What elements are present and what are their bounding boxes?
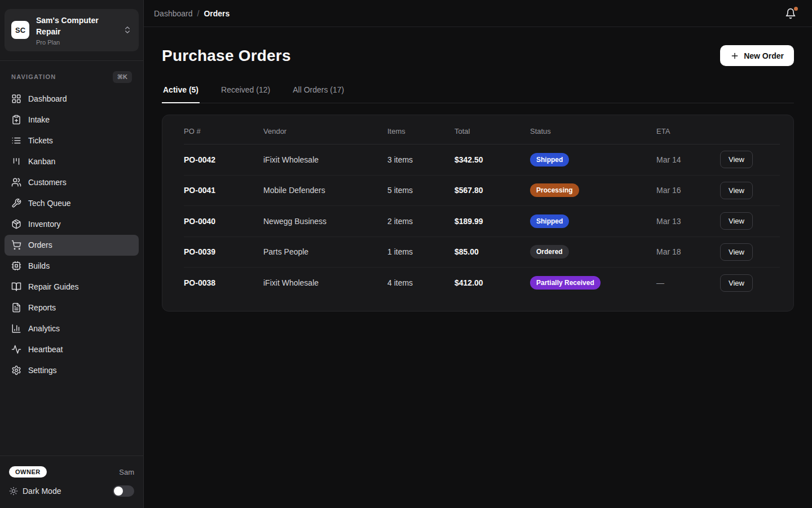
breadcrumb-dashboard[interactable]: Dashboard [154,9,193,18]
plus-icon [730,51,739,60]
tab-received-12[interactable]: Received (12) [220,85,271,103]
content: Purchase Orders New Order Active (5)Rece… [144,27,812,312]
sidebar: SC Sam's Computer Repair Pro Plan NAVIGA… [0,0,144,508]
order-total: $567.80 [454,186,530,195]
topbar: Dashboard / Orders [144,0,812,27]
file-text-icon [11,303,21,313]
sidebar-item-tech-queue[interactable]: Tech Queue [5,193,139,214]
column-header-items: Items [387,127,454,135]
sidebar-item-intake[interactable]: Intake [5,110,139,130]
wrench-icon [11,198,21,208]
po-number: PO-0042 [184,155,263,164]
column-header-total: Total [454,127,530,135]
shopping-cart-icon [11,240,21,250]
sidebar-item-kanban[interactable]: Kanban [5,151,139,172]
sidebar-item-dashboard[interactable]: Dashboard [5,89,139,110]
kanban-icon [11,156,21,167]
eta-date: Mar 13 [656,217,720,226]
sidebar-item-label: Heartbeat [28,345,63,354]
sidebar-item-label: Dashboard [28,94,67,103]
view-order-button[interactable]: View [720,151,753,168]
sidebar-item-inventory[interactable]: Inventory [5,214,139,235]
sidebar-item-builds[interactable]: Builds [5,256,139,277]
order-total: $85.00 [454,247,530,256]
order-total: $412.00 [454,278,530,287]
chevrons-up-down-icon [123,25,132,34]
order-total: $342.50 [454,155,530,164]
column-header-po: PO # [184,127,263,135]
sidebar-footer: OWNER Sam Dark Mode [0,456,143,508]
status-badge: Partially Received [530,276,601,290]
orders-table-card: PO #VendorItemsTotalStatusETA PO-0042iFi… [162,115,794,312]
main-area: Dashboard / Orders Purchase Orders New O… [144,0,812,508]
status-badge: Shipped [530,214,569,228]
workspace-switcher[interactable]: SC Sam's Computer Repair Pro Plan [5,9,139,51]
table-row: PO-0039Parts People1 items$85.00OrderedM… [184,237,780,268]
sidebar-item-label: Builds [28,261,50,270]
sidebar-item-heartbeat[interactable]: Heartbeat [5,339,139,360]
vendor-name: iFixit Wholesale [263,155,387,164]
notifications-button[interactable] [783,6,798,21]
notification-dot [794,7,798,11]
items-count: 2 items [387,217,454,226]
table-row: PO-0040Newegg Business2 items$189.99Ship… [184,206,780,237]
items-count: 5 items [387,186,454,195]
sidebar-item-label: Repair Guides [28,282,79,291]
sidebar-item-label: Tech Queue [28,199,71,208]
cpu-icon [11,261,21,271]
po-number: PO-0041 [184,186,263,195]
table-row: PO-0038iFixit Wholesale4 items$412.00Par… [184,268,780,299]
vendor-name: Mobile Defenders [263,186,387,195]
eta-date: Mar 14 [656,155,720,164]
nav-section-label: NAVIGATION [11,73,56,80]
eta-date: Mar 16 [656,186,720,195]
sidebar-item-orders[interactable]: Orders [5,235,139,256]
sidebar-item-customers[interactable]: Customers [5,172,139,193]
settings-icon [11,365,21,375]
activity-icon [11,344,21,354]
package-icon [11,219,21,229]
breadcrumb: Dashboard / Orders [154,9,230,18]
dark-mode-label: Dark Mode [23,487,108,496]
status-badge: Ordered [530,245,569,259]
vendor-name: iFixit Wholesale [263,278,387,287]
tab-active-5[interactable]: Active (5) [162,85,200,103]
sidebar-item-label: Reports [28,303,56,312]
tab-all-orders-17[interactable]: All Orders (17) [292,85,345,103]
sidebar-item-label: Kanban [28,157,55,166]
order-total: $189.99 [454,217,530,226]
user-name: Sam [119,468,134,476]
bar-chart-icon [11,323,21,334]
dark-mode-toggle[interactable] [113,485,134,497]
new-order-label: New Order [744,51,784,60]
items-count: 3 items [387,155,454,164]
column-header-status: Status [530,127,656,135]
items-count: 1 items [387,247,454,256]
sidebar-item-label: Settings [28,366,57,375]
status-badge: Shipped [530,153,569,167]
view-order-button[interactable]: View [720,243,753,261]
role-badge: OWNER [9,466,47,478]
new-order-button[interactable]: New Order [720,45,794,66]
tabs: Active (5)Received (12)All Orders (17) [162,85,794,103]
sidebar-item-tickets[interactable]: Tickets [5,130,139,151]
items-count: 4 items [387,278,454,287]
page-title: Purchase Orders [162,47,291,65]
breadcrumb-orders: Orders [204,9,230,18]
view-order-button[interactable]: View [720,274,753,292]
sidebar-item-settings[interactable]: Settings [5,360,139,381]
command-k-shortcut[interactable]: ⌘K [113,71,132,83]
view-order-button[interactable]: View [720,212,753,230]
view-order-button[interactable]: View [720,182,753,199]
grid-icon [11,94,21,104]
table-body: PO-0042iFixit Wholesale3 items$342.50Shi… [184,144,780,299]
sidebar-item-repair-guides[interactable]: Repair Guides [5,277,139,297]
sidebar-item-label: Customers [28,178,67,187]
sidebar-item-label: Inventory [28,220,61,229]
eta-date: — [656,278,720,287]
sidebar-item-reports[interactable]: Reports [5,297,139,318]
column-header-eta: ETA [656,127,720,135]
table-header-row: PO #VendorItemsTotalStatusETA [184,119,780,144]
po-number: PO-0038 [184,278,263,287]
sidebar-item-analytics[interactable]: Analytics [5,318,139,339]
